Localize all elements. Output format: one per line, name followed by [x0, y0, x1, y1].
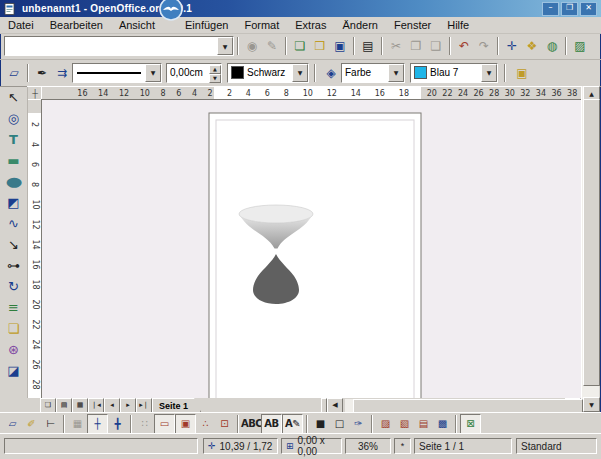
picture-placeholder-icon[interactable]: ▨ — [376, 415, 395, 433]
edit-points-icon[interactable]: ▱ — [4, 63, 24, 82]
connector-icon[interactable]: ⊶ — [3, 255, 25, 276]
cut-icon[interactable]: ✂ — [386, 37, 406, 56]
text-placeholder-icon[interactable]: ▧ — [395, 415, 414, 433]
undo-icon[interactable]: ↶ — [454, 37, 474, 56]
line-width-value[interactable]: 0,00cm — [167, 67, 209, 78]
page-mode-icon[interactable]: ❏ — [40, 398, 56, 413]
lines-arrows-icon[interactable]: ↘ — [3, 234, 25, 255]
simple-handles-icon[interactable]: □ — [330, 415, 349, 433]
line-dialog-icon[interactable]: ✒ — [32, 63, 52, 82]
stylist-icon[interactable]: ❖ — [522, 37, 542, 56]
snaplines-visible-icon[interactable]: ┼ — [87, 414, 108, 434]
title-bar[interactable]: unbenannt1 - OpenOffice.org 1.0.1 – ❐ ✕ — [0, 0, 601, 17]
layer-mode-icon[interactable]: ▦ — [72, 398, 88, 413]
paste-icon[interactable]: ❑ — [426, 37, 446, 56]
alignment-icon[interactable]: ≡ — [3, 297, 25, 318]
snap-to-frame-icon[interactable]: ⊡ — [215, 415, 234, 433]
area-dialog-icon[interactable]: ◈ — [321, 63, 341, 82]
menu-fenster[interactable]: Fenster — [386, 18, 439, 32]
line-style-select[interactable]: ▼ — [72, 63, 162, 83]
arrow-style-icon[interactable]: ⇉ — [52, 63, 72, 82]
open-icon[interactable]: ❒ — [310, 37, 330, 56]
url-dropdown-arrow[interactable]: ▼ — [217, 37, 233, 55]
snap-to-margins-icon[interactable]: ▭ — [154, 414, 175, 434]
gallery-icon[interactable]: ▨ — [570, 37, 590, 56]
menu-einfuegen[interactable]: Einfügen — [177, 18, 236, 32]
background-mode-icon[interactable]: ▤ — [56, 398, 72, 413]
navigator-icon[interactable]: ✛ — [502, 37, 522, 56]
new-document-icon[interactable]: ❏ — [290, 37, 310, 56]
fill-type-dropdown-arrow[interactable]: ▼ — [388, 64, 404, 82]
menu-extras[interactable]: Extras — [287, 18, 334, 32]
shadow-icon[interactable]: ▣ — [512, 63, 532, 82]
3d-objects-icon[interactable]: ◩ — [3, 192, 25, 213]
vertical-scrollbar[interactable]: ▲ ▼ — [581, 86, 599, 412]
select-text-area-icon[interactable]: AB — [261, 414, 282, 434]
minimize-button[interactable]: – — [542, 2, 559, 16]
fill-color-select[interactable]: Blau 7 ▼ — [410, 63, 498, 83]
line-style-dropdown-arrow[interactable]: ▼ — [145, 64, 161, 82]
snap-to-border-icon[interactable]: ▣ — [175, 414, 196, 434]
effects-rotate-icon[interactable]: ↻ — [3, 276, 25, 297]
snap-to-grid-icon[interactable]: ∷ — [135, 415, 154, 433]
page[interactable] — [209, 113, 421, 399]
guides-when-moving-icon[interactable]: ⊢ — [41, 415, 60, 433]
fill-color-name[interactable]: Blau 7 — [427, 67, 481, 78]
line-width-down-icon[interactable]: ▼ — [209, 74, 221, 83]
fill-type-select[interactable]: Farbe ▼ — [341, 63, 405, 83]
big-handles-icon[interactable]: ■ — [311, 415, 330, 433]
last-page-button[interactable]: ▸❘ — [136, 398, 152, 413]
line-width-field[interactable]: 0,00cm ▲ ▼ — [166, 63, 222, 83]
grid-visible-icon[interactable]: ▦ — [68, 415, 87, 433]
fill-color-dropdown-arrow[interactable]: ▼ — [481, 64, 497, 82]
line-color-select[interactable]: Schwarz ▼ — [227, 63, 309, 83]
menu-aendern[interactable]: Ändern — [334, 18, 385, 32]
scroll-down-icon[interactable]: ▼ — [583, 397, 600, 412]
interaction-icon[interactable]: ◪ — [3, 360, 25, 381]
zoom-icon[interactable]: ◎ — [3, 108, 25, 129]
rectangle-icon[interactable]: ▬ — [3, 150, 25, 171]
copy-icon[interactable]: ❐ — [406, 37, 426, 56]
arrange-icon[interactable]: ❏ — [3, 318, 25, 339]
select-icon[interactable]: ↖ — [3, 87, 25, 108]
curve-icon[interactable]: ∿ — [3, 213, 25, 234]
hyperlink-icon[interactable]: ◍ — [542, 37, 562, 56]
next-page-button[interactable]: ▸ — [120, 398, 136, 413]
url-combobox[interactable]: ▼ — [4, 36, 234, 56]
first-page-button[interactable]: ❘◂ — [88, 398, 104, 413]
helplines-front-icon[interactable]: ╋ — [108, 415, 127, 433]
vertical-scroll-thumb[interactable] — [583, 99, 600, 386]
funnel-top-ellipse[interactable] — [239, 205, 313, 223]
ellipse-icon[interactable]: ● — [0, 171, 30, 192]
edit-points-icon[interactable]: ▱ — [3, 415, 22, 433]
menu-format[interactable]: Format — [236, 18, 287, 32]
all-placeholders-icon[interactable]: ▩ — [433, 415, 452, 433]
double-click-edit-icon[interactable]: A✎ — [282, 414, 303, 434]
stop-icon[interactable]: ◉ — [242, 37, 262, 56]
line-color-dropdown-arrow[interactable]: ▼ — [292, 64, 308, 82]
previous-page-button[interactable]: ◂ — [104, 398, 120, 413]
redo-icon[interactable]: ↷ — [474, 37, 494, 56]
print-icon[interactable]: ▤ — [358, 37, 378, 56]
status-zoom-field[interactable]: 36% — [345, 438, 391, 454]
text-icon[interactable]: T — [3, 129, 25, 150]
snap-to-points-icon[interactable]: ∴ — [196, 415, 215, 433]
save-icon[interactable]: ▣ — [330, 37, 350, 56]
line-color-name[interactable]: Schwarz — [244, 67, 292, 78]
fill-type-value[interactable]: Farbe — [342, 67, 388, 78]
quick-edit-icon[interactable]: ABC — [242, 415, 261, 433]
menu-ansicht[interactable]: Ansicht — [111, 18, 163, 32]
status-template-field[interactable]: Standard — [516, 438, 597, 454]
insert-icon[interactable]: ⊛ — [3, 339, 25, 360]
object-placeholder-icon[interactable]: ▤ — [414, 415, 433, 433]
maximize-button[interactable]: ❐ — [561, 2, 578, 16]
menu-bearbeiten[interactable]: Bearbeiten — [42, 18, 111, 32]
drawing-canvas[interactable] — [41, 99, 582, 399]
rotation-mode-icon[interactable]: ✐ — [22, 415, 41, 433]
page-tab-seite-1[interactable]: Seite 1 — [152, 398, 201, 412]
menu-hilfe[interactable]: Hilfe — [439, 18, 477, 32]
menu-datei[interactable]: Datei — [0, 18, 42, 32]
scroll-left-icon[interactable]: ◀ — [327, 398, 343, 413]
edit-file-icon[interactable]: ✎ — [262, 37, 282, 56]
contour-mode-icon[interactable]: ⊠ — [460, 414, 481, 434]
